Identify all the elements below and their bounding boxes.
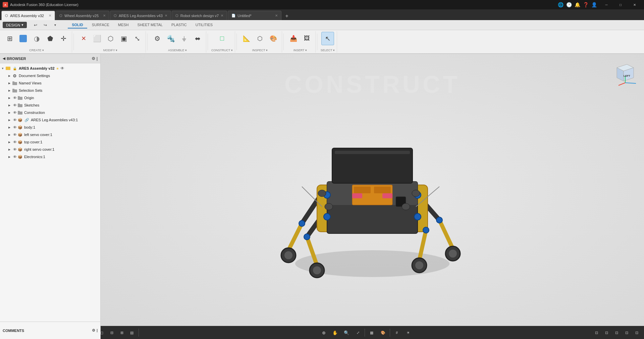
insert-decal-button[interactable]: 🖼 (301, 32, 313, 45)
timeline-btn-5[interactable]: ⊡ (632, 328, 641, 337)
revolve-button[interactable]: ◑ (30, 32, 43, 45)
tab-utilities[interactable]: UTILITIES (192, 22, 217, 28)
design-mode-button[interactable]: DESIGN ▾ (3, 22, 27, 28)
tree-body[interactable]: ▶ 👁 📦 body:1 (0, 124, 100, 131)
named-views-expand[interactable]: ▶ (7, 80, 12, 86)
view-btn-8[interactable]: ▤ (127, 328, 137, 337)
comments-add-icon[interactable]: ⚙ (92, 328, 95, 333)
environment-button[interactable]: ☀ (404, 328, 413, 337)
fit-button[interactable]: ⤢ (353, 328, 363, 337)
scale-button[interactable]: ⤡ (131, 32, 144, 45)
tab-wheel-assembly[interactable]: ⬡ Wheel Assembly v25 ✕ (56, 11, 109, 20)
sketches-expand[interactable]: ▶ (7, 103, 12, 108)
as-built-joint-button[interactable]: 🔩 (164, 32, 177, 45)
ares-leg-visibility-icon[interactable]: 👁 (12, 117, 17, 123)
timeline-btn-2[interactable]: ⊡ (602, 328, 611, 337)
tree-selection-sets[interactable]: ▶ Selection Sets (0, 87, 100, 94)
pan-button[interactable]: ✋ (330, 328, 340, 337)
origin-expand[interactable]: ▶ (7, 95, 12, 100)
browser-settings-icon[interactable]: ⚙ (92, 56, 95, 61)
tree-top-cover[interactable]: ▶ 👁 📦 top cover:1 (0, 138, 100, 146)
browser-pin-icon[interactable]: | (97, 56, 98, 61)
tree-document-settings[interactable]: ▶ ⚙ Document Settings (0, 72, 100, 79)
electronics-expand[interactable]: ▶ (7, 154, 12, 159)
loft-button[interactable]: ⬟ (44, 32, 56, 45)
viewcube[interactable]: LEFT (612, 59, 639, 86)
origin-visibility-icon[interactable]: 👁 (12, 95, 17, 100)
extrude-button[interactable] (17, 32, 30, 45)
redo-button[interactable]: ↪ (41, 20, 50, 30)
tab-mesh[interactable]: MESH (114, 22, 133, 28)
tab-surface[interactable]: SURFACE (88, 22, 113, 28)
tree-construction[interactable]: ▶ 👁 Construction (0, 109, 100, 116)
electronics-visibility-icon[interactable]: 👁 (12, 154, 17, 159)
sketches-visibility-icon[interactable]: 👁 (12, 103, 17, 108)
motion-link-button[interactable]: ⬌ (191, 32, 204, 45)
undo-history-button[interactable]: ▾ (50, 20, 60, 30)
push-pull-button[interactable]: ⬜ (91, 32, 103, 45)
tab-close-ares-leg[interactable]: ✕ (165, 14, 167, 17)
select-button[interactable]: ↖ (321, 32, 334, 45)
construction-expand[interactable]: ▶ (7, 110, 12, 115)
body-visibility-icon[interactable]: 👁 (12, 125, 17, 130)
move-button[interactable]: ✛ (57, 32, 70, 45)
tab-solid[interactable]: SOLID (68, 22, 87, 28)
tab-untitled[interactable]: 📄 Untitled* ✕ (228, 11, 281, 20)
tab-ares-assembly[interactable]: ⬡ ARES Assembly v32 ✕ (1, 11, 55, 20)
right-servo-expand[interactable]: ▶ (7, 147, 12, 152)
viewport[interactable]: CONSTRUCT (101, 54, 644, 326)
view-btn-7[interactable]: ⊞ (117, 328, 126, 337)
right-servo-visibility-icon[interactable]: 👁 (12, 147, 17, 152)
curvature-button[interactable]: 🎨 (267, 32, 280, 45)
top-cover-visibility-icon[interactable]: 👁 (12, 139, 17, 145)
tab-close-wheel-assembly[interactable]: ✕ (103, 14, 106, 17)
tree-root[interactable]: ▼ 🔒 ARES Assembly v32 ★ 👁 (0, 65, 100, 72)
doc-settings-expand[interactable]: ▶ (7, 73, 12, 78)
tab-plastic[interactable]: PLASTIC (167, 22, 191, 28)
offset-plane-button[interactable]: □ (216, 32, 228, 45)
root-expand-icon[interactable]: ▼ (0, 66, 5, 71)
left-servo-visibility-icon[interactable]: 👁 (12, 132, 17, 137)
view-btn-6[interactable]: ⊟ (107, 328, 116, 337)
close-button[interactable]: ✕ (628, 0, 641, 9)
tab-ares-leg[interactable]: ⬡ ARES Leg Assemblies v43 ✕ (110, 11, 171, 20)
construction-visibility-icon[interactable]: 👁 (12, 110, 17, 115)
interference-button[interactable]: ⬡ (254, 32, 266, 45)
new-tab-button[interactable]: + (283, 12, 291, 20)
shell-button[interactable]: ▣ (117, 32, 130, 45)
tree-ares-leg[interactable]: ▶ 👁 📦 🔗 ARES Leg Assemblies v43:1 (0, 116, 100, 124)
minimize-button[interactable]: ─ (600, 0, 613, 9)
tree-named-views[interactable]: ▶ Named Views (0, 79, 100, 87)
measure-button[interactable]: 📐 (240, 32, 253, 45)
display-mode-button[interactable]: ▦ (367, 328, 376, 337)
ground-button[interactable]: ⏚ (178, 32, 191, 45)
body-expand[interactable]: ▶ (7, 125, 12, 130)
tab-close-untitled[interactable]: ✕ (275, 14, 278, 17)
tab-sheet-metal[interactable]: SHEET METAL (133, 22, 167, 28)
timeline-btn-1[interactable]: ⊡ (592, 328, 601, 337)
help-icon[interactable]: ❓ (583, 2, 589, 7)
user-avatar[interactable]: 👤 (591, 2, 597, 7)
browser-back-icon[interactable]: ◀ (3, 57, 5, 60)
left-servo-expand[interactable]: ▶ (7, 132, 12, 137)
root-eye-icon[interactable]: 👁 (60, 66, 64, 71)
ares-leg-expand[interactable]: ▶ (7, 117, 12, 123)
undo-button[interactable]: ↩ (31, 20, 40, 30)
zoom-button[interactable]: 🔍 (342, 328, 351, 337)
tab-close-ares-assembly[interactable]: ✕ (49, 14, 51, 17)
tree-sketches[interactable]: ▶ 👁 Sketches (0, 101, 100, 109)
visual-style-button[interactable]: 🎨 (378, 328, 388, 337)
maximize-button[interactable]: □ (614, 0, 627, 9)
tree-electronics[interactable]: ▶ 👁 📦 Electronics:1 (0, 153, 100, 160)
selection-sets-expand[interactable]: ▶ (7, 88, 12, 93)
tree-origin[interactable]: ▶ 👁 Origin (0, 94, 100, 101)
orbit-button[interactable]: ⊕ (319, 328, 328, 337)
comments-pin-icon[interactable]: | (97, 328, 98, 333)
bell-icon[interactable]: 🔔 (575, 2, 580, 7)
timeline-btn-4[interactable]: ⊡ (622, 328, 631, 337)
globe-icon[interactable]: 🌐 (558, 2, 564, 7)
top-cover-expand[interactable]: ▶ (7, 139, 12, 145)
insert-mesh-button[interactable]: 📥 (287, 32, 300, 45)
tree-right-servo[interactable]: ▶ 👁 📦 right servo cover:1 (0, 146, 100, 153)
tab-close-robot-sketch[interactable]: ✕ (221, 14, 223, 17)
